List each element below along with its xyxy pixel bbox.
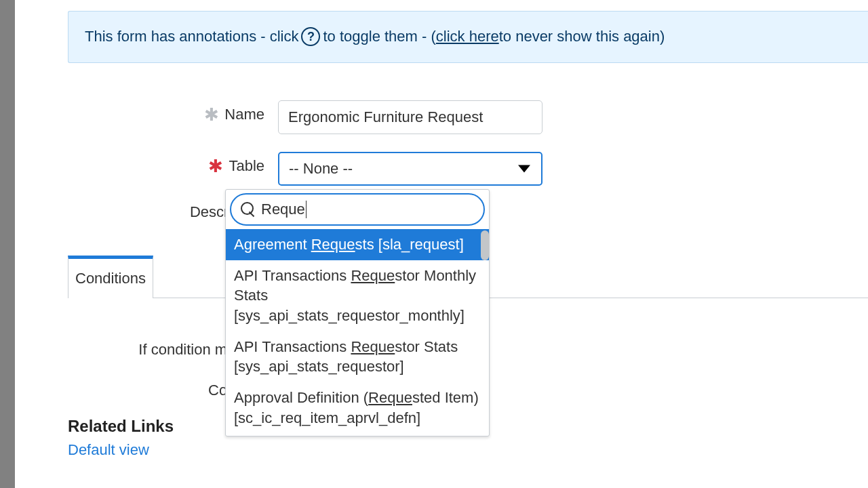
- label-table: ✱ Table: [68, 152, 278, 175]
- chevron-down-icon: [518, 165, 530, 172]
- tab-conditions[interactable]: Conditions: [68, 256, 153, 298]
- banner-text-pre: This form has annotations - click: [85, 26, 298, 47]
- annotation-banner: This form has annotations - click ? to t…: [68, 11, 868, 63]
- banner-text-mid: to toggle them - (: [323, 26, 435, 47]
- name-label-text: Name: [224, 106, 264, 123]
- label-name: ✱ Name: [68, 100, 278, 123]
- dropdown-search-wrap: [226, 190, 489, 229]
- dropdown-option-0[interactable]: Agreement Requests [sla_request]: [226, 229, 489, 260]
- table-select[interactable]: -- None --: [278, 152, 542, 186]
- dropdown-option-2[interactable]: API Transactions Requestor Stats [sys_ap…: [226, 331, 489, 382]
- name-input[interactable]: [278, 100, 542, 134]
- dropdown-option-4[interactable]: Catalog Category Request User [catalog_c…: [226, 434, 489, 436]
- table-label-text: Table: [229, 157, 264, 175]
- vertical-scrollbar-track[interactable]: [0, 0, 31, 488]
- dropdown-option-1[interactable]: API Transactions Requestor Monthly Stats…: [226, 260, 489, 331]
- row-name: ✱ Name: [68, 100, 868, 134]
- form-content: This form has annotations - click ? to t…: [68, 0, 868, 488]
- table-select-value: -- None --: [289, 160, 353, 178]
- vertical-scrollbar-gap: [15, 0, 31, 488]
- dropdown-option-3[interactable]: Approval Definition (Requested Item) [sc…: [226, 382, 489, 433]
- dropdown-options: Agreement Requests [sla_request] API Tra…: [226, 229, 489, 436]
- required-indicator-missing: ✱: [208, 157, 223, 175]
- related-link-default-view[interactable]: Default view: [68, 441, 868, 459]
- table-dropdown-panel: Agreement Requests [sla_request] API Tra…: [225, 189, 490, 436]
- row-table: ✱ Table -- None --: [68, 152, 868, 186]
- text-caret: [306, 201, 307, 218]
- banner-text-post: to never show this again): [499, 26, 665, 47]
- banner-dismiss-link[interactable]: click here: [436, 26, 499, 47]
- dropdown-scrollbar-thumb[interactable]: [481, 230, 489, 260]
- dropdown-search-input[interactable]: [230, 193, 485, 226]
- help-icon[interactable]: ?: [301, 27, 320, 46]
- required-indicator-filled: ✱: [204, 106, 219, 123]
